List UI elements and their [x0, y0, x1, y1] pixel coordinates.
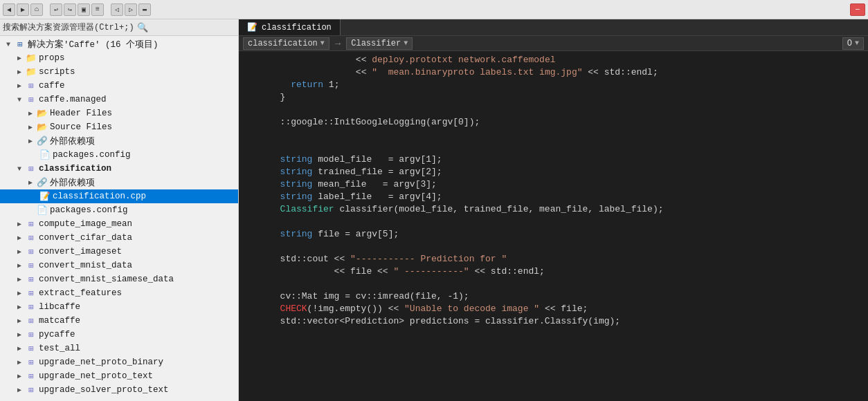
extract-label: extract_features [39, 288, 122, 298]
sidebar-item-pycaffe[interactable]: ▶ ⊞ pycaffe [0, 328, 238, 342]
toolbar-menu[interactable]: ≡ [91, 3, 104, 16]
external2-label: 外部依赖项 [50, 177, 95, 189]
py-arrow: ▶ [14, 330, 25, 339]
mat-arrow: ▶ [14, 317, 25, 325]
sidebar-tree: ▼ ⊞ 解决方案'Caffe' (16 个项目) ▶ 📁 props ▶ 📁 s… [0, 36, 238, 401]
sidebar-item-caffe-managed[interactable]: ▼ ⊞ caffe.managed [0, 93, 238, 106]
code-line [239, 216, 868, 228]
sidebar-item-upgrade-binary[interactable]: ▶ ⊞ upgrade_net_proto_binary [0, 355, 238, 369]
search-icon[interactable]: 🔍 [137, 22, 148, 33]
sidebar-item-extract[interactable]: ▶ ⊞ extract_features [0, 286, 238, 300]
sidebar-item-upgrade-text[interactable]: ▶ ⊞ upgrade_net_proto_text [0, 369, 238, 383]
code-line: << file << " -----------" << std::endl; [239, 265, 868, 278]
proj-icon: ⊞ [25, 218, 37, 230]
tab-label: classification [262, 23, 332, 32]
nav-extra-dropdown[interactable]: O ▼ [842, 37, 864, 50]
sidebar-item-props[interactable]: ▶ 📁 props [0, 51, 238, 65]
code-line: string trained_file = argv[2]; [239, 166, 868, 178]
toolbar-next[interactable]: ▷ [125, 3, 137, 16]
proj-icon: ⊞ [25, 274, 37, 285]
code-line: << deploy.prototxt network.caffemodel [239, 54, 868, 66]
nav-right-dropdown[interactable]: Classifier ▼ [346, 37, 413, 50]
sidebar-item-scripts[interactable]: ▶ 📁 scripts [0, 65, 238, 79]
code-line: std::vector<Prediction> predictions = cl… [239, 315, 868, 328]
imageset-arrow: ▶ [14, 248, 25, 256]
toolbar-prev[interactable]: ◁ [111, 3, 123, 16]
tab-classification[interactable]: 📝 classification [239, 19, 341, 35]
caffe-managed-arrow: ▼ [14, 96, 25, 104]
ups-arrow: ▶ [14, 386, 25, 394]
sidebar-item-source-files[interactable]: ▶ 📂 Source Files [0, 120, 238, 134]
proj-icon: ⊞ [25, 246, 37, 257]
sidebar-item-packages2[interactable]: 📄 packages.config [0, 203, 238, 217]
cifar-arrow: ▶ [14, 234, 25, 242]
toolbar-copy[interactable]: ▣ [78, 3, 90, 16]
code-line: return 1; [239, 79, 868, 91]
folder-icon: 📂 [36, 122, 48, 133]
sidebar-item-classification-cpp[interactable]: 📝 classification.cpp [0, 189, 238, 203]
toolbar-home[interactable]: ⌂ [30, 3, 43, 16]
sidebar-item-external1[interactable]: ▶ 🔗 外部依赖项 [0, 134, 238, 148]
toolbar-forward[interactable]: ▶ [17, 3, 29, 16]
sidebar-item-classification[interactable]: ▼ ⊞ classification [0, 162, 238, 176]
cifar-label: convert_cifar_data [39, 233, 132, 243]
classification-label: classification [39, 164, 111, 174]
code-line: std::cout << "----------- Prediction for… [239, 253, 868, 265]
sidebar-item-siamese[interactable]: ▶ ⊞ convert_mnist_siamese_data [0, 272, 238, 286]
sidebar-search-label: 搜索解决方案资源管理器(Ctrl+;) [3, 21, 134, 33]
toolbar-maximize[interactable]: — [850, 3, 865, 16]
sidebar-item-header-files[interactable]: ▶ 📂 Header Files [0, 106, 238, 120]
props-label: props [39, 53, 65, 63]
caffe-managed-label: caffe.managed [39, 95, 107, 104]
packages1-label: packages.config [53, 150, 131, 160]
sidebar-item-upgrade-solver[interactable]: ▶ ⊞ upgrade_solver_proto_text [0, 383, 238, 397]
code-line: string mean_file = argv[3]; [239, 178, 868, 191]
sidebar-item-libcaffe[interactable]: ▶ ⊞ libcaffe [0, 300, 238, 314]
extract-arrow: ▶ [14, 289, 25, 297]
sidebar-item-external2[interactable]: ▶ 🔗 外部依赖项 [0, 176, 238, 189]
code-line [239, 104, 868, 116]
sidebar-item-testall[interactable]: ▶ ⊞ test_all [0, 342, 238, 355]
tab-icon: 📝 [247, 22, 257, 32]
proj-icon: ⊞ [25, 232, 37, 243]
code-line: Classifier classifier(model_file, traine… [239, 203, 868, 216]
code-line: string model_file = argv[1]; [239, 153, 868, 166]
toolbar-redo[interactable]: ↪ [64, 3, 76, 16]
mat-label: matcaffe [39, 316, 80, 326]
code-line: string file = argv[5]; [239, 228, 868, 241]
lib-label: libcaffe [39, 302, 80, 312]
sidebar-item-mnist[interactable]: ▶ ⊞ convert_mnist_data [0, 259, 238, 272]
external2-arrow: ▶ [25, 178, 36, 187]
code-editor[interactable]: << deploy.prototxt network.caffemodel <<… [239, 51, 868, 401]
nav-right-label: Classifier [351, 39, 401, 48]
code-line: << " mean.binaryproto labels.txt img.jpg… [239, 66, 868, 79]
classification-arrow: ▼ [14, 165, 25, 173]
toolbar-stop[interactable]: ▬ [138, 3, 151, 16]
proj-icon: ⊞ [25, 94, 37, 105]
props-arrow: ▶ [14, 54, 25, 62]
toolbar-back[interactable]: ◀ [3, 3, 15, 16]
external1-arrow: ▶ [25, 137, 36, 145]
nav-extra-label: O [847, 39, 852, 48]
config-icon2: 📄 [36, 205, 48, 216]
sidebar-search-bar: 搜索解决方案资源管理器(Ctrl+;) 🔍 [0, 19, 238, 36]
nav-left-label: classification [248, 39, 318, 48]
classification-cpp-label: classification.cpp [53, 192, 146, 201]
sidebar-item-matcaffe[interactable]: ▶ ⊞ matcaffe [0, 314, 238, 328]
editor-area: 📝 classification classification ▼ → Clas… [239, 19, 868, 401]
upt-arrow: ▶ [14, 372, 25, 380]
sidebar-item-compute[interactable]: ▶ ⊞ compute_image_mean [0, 217, 238, 231]
sidebar-item-caffe[interactable]: ▶ ⊞ caffe [0, 79, 238, 93]
upt-label: upgrade_net_proto_text [39, 371, 153, 381]
sidebar-item-imageset[interactable]: ▶ ⊞ convert_imageset [0, 245, 238, 259]
sidebar-solution-label: 解决方案'Caffe' (16 个项目) [28, 39, 159, 50]
sidebar-item-solution[interactable]: ▼ ⊞ 解决方案'Caffe' (16 个项目) [0, 37, 238, 51]
toolbar-undo[interactable]: ↩ [50, 3, 62, 16]
sidebar-item-packages1[interactable]: 📄 packages.config [0, 148, 238, 162]
caffe-arrow: ▶ [14, 82, 25, 90]
mnist-arrow: ▶ [14, 261, 25, 270]
nav-left-dropdown[interactable]: classification ▼ [243, 37, 329, 50]
header-files-label: Header Files [50, 109, 112, 118]
sidebar-item-cifar[interactable]: ▶ ⊞ convert_cifar_data [0, 231, 238, 245]
proj-icon: ⊞ [25, 357, 37, 368]
